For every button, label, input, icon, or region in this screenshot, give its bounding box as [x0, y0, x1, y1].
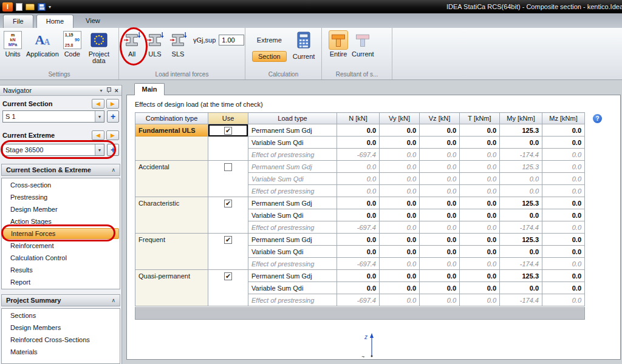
pin-icon[interactable] [106, 87, 111, 93]
combination-cell-frequent[interactable]: Frequent [135, 234, 208, 270]
tab-home[interactable]: Home [36, 15, 73, 28]
value-cell: 0.0 [380, 221, 420, 234]
navigator-menu-icon[interactable]: ▾ [100, 88, 103, 93]
current-section-combo[interactable]: S 1 ▼ [2, 110, 104, 123]
open-folder-icon[interactable] [26, 4, 35, 10]
column-header-vy-kn[interactable]: Vy [kN] [380, 113, 420, 124]
table-empty-area [135, 307, 585, 320]
nav-item-prestressing[interactable]: Prestressing [2, 191, 119, 203]
column-header-t-knm[interactable]: T [kNm] [460, 113, 500, 124]
help-icon[interactable]: ? [593, 114, 602, 123]
previous-extreme-button[interactable]: ◀ [92, 130, 104, 140]
use-cell-quasi-permanent[interactable]: ✔ [208, 270, 248, 306]
gamma-gj-sup-input[interactable] [219, 35, 244, 46]
use-cell-frequent[interactable]: ✔ [208, 234, 248, 270]
application-button-label: Application [26, 51, 59, 58]
gamma-gj-sup-label: γGj,sup [193, 36, 216, 44]
table-row: Frequent✔Permanent Sum Gdj0.00.00.00.012… [135, 234, 585, 246]
t-section-entire-icon [329, 30, 348, 50]
next-extreme-button[interactable]: ▶ [106, 130, 119, 140]
column-header-mz-knm[interactable]: Mz [kNm] [542, 113, 585, 124]
nav-item-reinforced-cross-sections[interactable]: Reinforced Cross-Sections [2, 334, 119, 346]
app-logo-icon[interactable]: I [2, 2, 13, 12]
column-header-vz-kn[interactable]: Vz [kN] [420, 113, 460, 124]
calc-current-button[interactable]: Current [293, 50, 315, 62]
resultant-current-button[interactable]: Current [350, 30, 376, 58]
nav-item-report[interactable]: Report [2, 276, 119, 288]
calculator-icon[interactable] [296, 30, 312, 50]
nav-item-sections[interactable]: Sections [2, 309, 119, 322]
column-header-n-kn[interactable]: N [kN] [337, 113, 380, 124]
project-data-button[interactable]: Project data [84, 30, 114, 65]
sls-forces-button[interactable]: SLS [166, 30, 190, 58]
nav-item-action-stages[interactable]: Action Stages [2, 215, 119, 228]
add-section-button[interactable]: + [107, 110, 119, 123]
combination-cell-accidental[interactable]: Accidental [135, 161, 208, 197]
chevron-down-icon[interactable]: ▼ [95, 111, 104, 122]
value-cell: 0.0 [460, 270, 500, 282]
calc-section-button[interactable]: Section [252, 51, 287, 62]
next-section-button[interactable]: ▶ [106, 99, 119, 109]
window-title: IDEA StatiCa RCS(64bit) - Composite sect… [446, 0, 622, 13]
toolbar-options-caret-icon[interactable]: ▾ [49, 4, 51, 10]
code-button[interactable]: 1,15 90 25.8 Code [61, 30, 84, 58]
nav-item-design-member[interactable]: Design Member [2, 203, 119, 215]
column-header-my-knm[interactable]: My [kNm] [500, 113, 542, 124]
use-checkbox[interactable]: ✔ [224, 127, 232, 135]
previous-section-button[interactable]: ◀ [92, 99, 104, 109]
resultant-entire-button[interactable]: Entire [327, 30, 350, 58]
nav-item-materials[interactable]: Materials [2, 346, 119, 358]
new-document-icon[interactable] [16, 3, 22, 11]
tab-main[interactable]: Main [134, 83, 165, 95]
application-button[interactable]: AA Application [24, 30, 61, 58]
nav-item-internal-forces[interactable]: Internal Forces [2, 228, 119, 239]
current-extreme-combo[interactable]: Stage 36500 ▼ [2, 144, 104, 156]
collapse-icon[interactable]: ∧ [111, 297, 115, 303]
combination-cell-fundamental-uls[interactable]: Fundamental ULS [135, 124, 208, 161]
value-cell: 125.3 [500, 197, 542, 209]
load-type-cell: Permanent Sum Gdj [248, 197, 337, 209]
value-cell: 0.0 [380, 270, 420, 282]
combination-cell-quasi-permanent[interactable]: Quasi-permanent [135, 270, 208, 306]
chevron-down-icon[interactable]: ▼ [95, 144, 104, 155]
units-button[interactable]: m kN MPa Units [1, 30, 24, 58]
nav-item-reinforcement[interactable]: Reinforcement [2, 240, 119, 252]
uls-forces-button[interactable]: ULS [143, 30, 166, 58]
use-cell-accidental[interactable] [208, 161, 248, 197]
nav-item-cross-section[interactable]: Cross-section [2, 179, 119, 191]
collapse-icon[interactable]: ∧ [111, 167, 115, 173]
title-bar: I ▾ IDEA StatiCa RCS(64bit) - Composite … [0, 0, 622, 13]
value-cell: 0.0 [420, 124, 460, 136]
use-checkbox[interactable]: ✔ [224, 200, 232, 207]
section-header-current-section-extreme[interactable]: Current Section & Extreme ∧ [1, 164, 120, 176]
section-header-project-summary[interactable]: Project Summary ∧ [1, 294, 120, 306]
nav-item-calculation-control[interactable]: Calculation Control [2, 252, 119, 264]
all-forces-button[interactable]: All [120, 30, 143, 58]
tab-view[interactable]: View [77, 15, 109, 28]
value-cell: 0.0 [500, 185, 542, 197]
use-checkbox[interactable]: ✔ [224, 236, 232, 244]
column-header-load-type[interactable]: Load type [248, 113, 337, 124]
extreme-dropdown[interactable]: Extreme [257, 30, 282, 50]
beam-section-icon [122, 30, 142, 50]
column-header-use[interactable]: Use [208, 113, 248, 124]
value-cell: 0.0 [542, 136, 585, 149]
use-checkbox[interactable] [224, 163, 232, 171]
use-checkbox[interactable]: ✔ [224, 272, 232, 280]
tab-file[interactable]: File [3, 15, 33, 28]
internal-forces-table: Combination typeUseLoad typeN [kN]Vy [kN… [135, 112, 585, 306]
nav-item-design-members[interactable]: Design Members [2, 322, 119, 334]
add-extreme-button[interactable]: + [107, 144, 119, 156]
value-cell: 0.0 [380, 173, 420, 185]
save-icon[interactable] [38, 3, 46, 11]
use-cell-fundamental-uls[interactable]: ✔ [208, 124, 248, 161]
column-header-combination-type[interactable]: Combination type [135, 113, 208, 124]
close-icon[interactable]: × [115, 87, 118, 93]
combination-cell-characteristic[interactable]: Characteristic [135, 197, 208, 234]
nav-item-results[interactable]: Results [2, 264, 119, 276]
use-cell-characteristic[interactable]: ✔ [208, 197, 248, 234]
code-icon: 1,15 90 25.8 [63, 30, 82, 50]
table-caption: Effects of design load (at the time of c… [135, 101, 263, 108]
z-axis-indicator: z ~ [360, 329, 380, 360]
main-panel-body: Effects of design load (at the time of c… [126, 95, 621, 360]
